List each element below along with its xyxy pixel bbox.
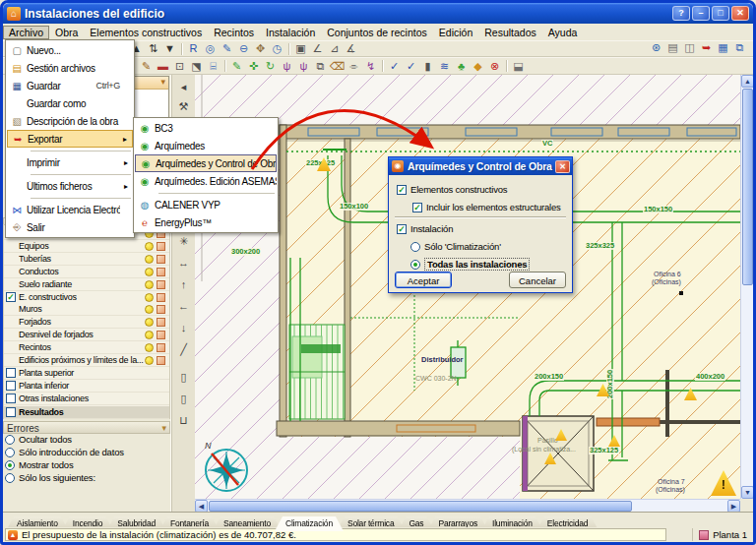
- radio-todas[interactable]: Todas las instalaciones: [410, 258, 530, 271]
- doc-icon[interactable]: ⌸: [205, 59, 221, 74]
- layer-cube-icon[interactable]: [157, 318, 165, 327]
- monitor-icon[interactable]: ⧉: [731, 40, 748, 55]
- layer-color-icon[interactable]: [145, 318, 154, 327]
- close-button[interactable]: ✕: [731, 6, 749, 21]
- image-icon[interactable]: ▣: [292, 41, 309, 56]
- layer-row[interactable]: Planta inferior: [4, 380, 169, 393]
- checkbox-elementos-constructivos[interactable]: ✓ Elementos constructivos: [397, 184, 507, 195]
- down-icon[interactable]: ▼: [161, 41, 178, 56]
- delete-icon[interactable]: ⌫: [329, 59, 346, 74]
- submenu-item-bc3[interactable]: ◉ BC3: [135, 119, 277, 137]
- menu-ayuda[interactable]: Ayuda: [542, 26, 584, 39]
- error-filter-radio[interactable]: Ocultar todos: [5, 434, 168, 446]
- errores-header[interactable]: Errores ▾: [3, 421, 170, 434]
- layer-color-icon[interactable]: [145, 242, 154, 251]
- menu-edicion[interactable]: Edición: [433, 26, 478, 39]
- dialog-title-bar[interactable]: ◉ Arquímedes y Control de Obra ✕: [389, 157, 572, 175]
- layer-cube-icon[interactable]: [157, 331, 165, 339]
- fit-icon[interactable]: ⇅: [145, 41, 161, 56]
- dialog-close-button[interactable]: ✕: [555, 160, 570, 173]
- slope-icon[interactable]: ╱: [174, 341, 193, 358]
- radio-icon[interactable]: [5, 473, 15, 483]
- layer-color-icon[interactable]: [145, 280, 154, 289]
- zoom-out-icon[interactable]: ⊖: [235, 41, 252, 56]
- layer-row[interactable]: Tuberías: [4, 253, 169, 266]
- submenu-item-arquimedes-y-control-de-obra[interactable]: ◉ Arquímedes y Control de Obra: [135, 154, 277, 172]
- print-3d-icon[interactable]: ▤: [664, 40, 681, 55]
- move-down-icon[interactable]: ↓: [174, 320, 193, 336]
- beam-icon[interactable]: ▯: [174, 391, 193, 407]
- scroll-up-icon[interactable]: ▲: [741, 75, 754, 88]
- menu-conjuntos-de-recintos[interactable]: Conjuntos de recintos: [321, 26, 433, 39]
- submenu-item-arquimedes[interactable]: ◉ Arquímedes: [135, 137, 277, 154]
- column-icon[interactable]: ▯: [174, 369, 193, 386]
- layer-cube-icon[interactable]: [157, 343, 165, 352]
- menu-obra[interactable]: Obra: [49, 26, 84, 39]
- layer-row[interactable]: Equipos: [4, 240, 169, 253]
- toolbar-icon[interactable]: [285, 41, 292, 56]
- layer-cube-icon[interactable]: [157, 356, 165, 365]
- toolbar-icon[interactable]: [221, 59, 228, 74]
- layer-cube-icon[interactable]: [157, 242, 165, 251]
- snap-icon[interactable]: ✳: [174, 233, 193, 250]
- tools-icon[interactable]: ⚒: [174, 98, 193, 115]
- toolbar-icon[interactable]: [178, 41, 185, 56]
- layer-row[interactable]: Recintos: [4, 341, 169, 354]
- menu-item-imprimir[interactable]: Imprimir ▸: [7, 153, 133, 171]
- windows-icon[interactable]: ▦: [715, 40, 731, 55]
- layer-color-icon[interactable]: [145, 268, 154, 276]
- menu-item-exportar[interactable]: ➥ Exportar ▸: [7, 130, 133, 148]
- menu-item-salir[interactable]: ⎆ Salir: [7, 218, 133, 236]
- zoom-edit-icon[interactable]: ✎: [219, 41, 235, 56]
- layer-color-icon[interactable]: [145, 305, 154, 314]
- layer-row[interactable]: Desnivel de forjados: [4, 329, 169, 341]
- copy-icon[interactable]: ⧉: [312, 59, 329, 74]
- minimize-button[interactable]: –: [692, 6, 710, 21]
- toolbar-icon[interactable]: [379, 59, 386, 74]
- line-icon[interactable]: ▬: [155, 59, 171, 74]
- maximize-button[interactable]: □: [712, 6, 729, 21]
- scroll-down-icon[interactable]: ▼: [741, 486, 754, 499]
- menu-archivo[interactable]: Archivo: [3, 26, 49, 39]
- layer-checkbox[interactable]: [6, 407, 16, 417]
- vertical-scroll-thumb[interactable]: [742, 89, 753, 285]
- title-bar[interactable]: ⌂ Instalaciones del edificio ? – □ ✕: [3, 3, 753, 24]
- tab-climatizacion[interactable]: Climatización: [275, 516, 344, 531]
- menu-recintos[interactable]: Recintos: [208, 26, 260, 39]
- layer-cube-icon[interactable]: [157, 268, 165, 276]
- move-left-icon[interactable]: ←: [174, 298, 193, 315]
- bar-icon[interactable]: ▮: [419, 59, 436, 74]
- submenu-item-energyplus[interactable]: ℮ EnergyPlus™: [135, 213, 277, 231]
- layer-color-icon[interactable]: [145, 343, 154, 352]
- list-icon[interactable]: ≋: [436, 59, 453, 74]
- layer-row[interactable]: Suelo radiante: [4, 278, 169, 291]
- layer-row[interactable]: Forjados: [4, 316, 169, 329]
- layer-color-icon[interactable]: [145, 356, 154, 365]
- tree-icon[interactable]: ♣: [453, 59, 470, 74]
- layer-cube-icon[interactable]: [157, 293, 165, 302]
- layer-cube-icon[interactable]: [157, 305, 165, 314]
- radio-icon[interactable]: [410, 242, 420, 252]
- radio-icon[interactable]: [5, 448, 15, 457]
- menu-item-licencia-electronica[interactable]: ⋈ Utilizar Licencia Electrónica: [7, 201, 133, 218]
- export-red-icon[interactable]: ➥: [698, 40, 715, 55]
- layer-row[interactable]: Otras instalaciones: [4, 393, 169, 405]
- checkbox-incluir-estructurales[interactable]: ✓ Incluir los elementos estructurales: [412, 202, 561, 212]
- measure-icon[interactable]: ∡: [343, 41, 359, 56]
- accept-button[interactable]: Aceptar: [395, 272, 452, 288]
- connect-icon[interactable]: ↯: [362, 59, 379, 74]
- menu-item-guardar[interactable]: ▦ Guardar Ctrl+G: [7, 77, 133, 94]
- layer-row[interactable]: Muros: [4, 303, 169, 316]
- layer-cube-icon[interactable]: [157, 280, 165, 289]
- layer-row[interactable]: Resultados: [4, 406, 169, 419]
- layer-row[interactable]: Planta superior: [4, 367, 169, 380]
- help-button[interactable]: ?: [672, 6, 690, 21]
- checkbox-instalacion[interactable]: ✓ Instalación: [397, 223, 453, 234]
- pan-icon[interactable]: ✥: [252, 41, 269, 56]
- layer-row[interactable]: Conductos: [4, 266, 169, 278]
- menu-item-guardar-como[interactable]: Guardar como: [7, 94, 133, 112]
- error-filter-radio[interactable]: Sólo introducción de datos: [5, 447, 168, 458]
- checkbox-icon[interactable]: ✓: [412, 203, 422, 212]
- menu-item-gestion-archivos[interactable]: ▤ Gestión archivos: [7, 59, 133, 77]
- menu-resultados[interactable]: Resultados: [478, 26, 542, 39]
